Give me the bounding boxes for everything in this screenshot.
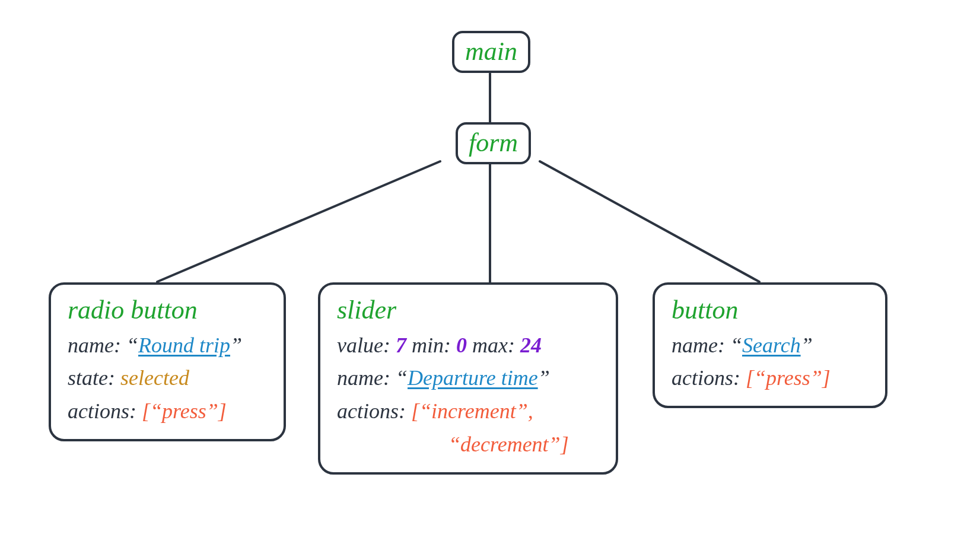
prop-key-max-text: max: xyxy=(472,333,515,357)
actions-value-line1: [“increment”, xyxy=(411,399,533,423)
prop-key-min-text: min: xyxy=(412,333,451,357)
name-value: Search xyxy=(742,333,801,357)
actions-value: [“press”] xyxy=(746,366,831,390)
role-label: radio button xyxy=(68,295,267,326)
prop-name: name: “Departure time” xyxy=(337,362,599,395)
prop-state: state: selected xyxy=(68,362,267,395)
value-num: 7 xyxy=(396,333,406,357)
prop-key: actions: xyxy=(337,399,406,423)
actions-value-line2: “decrement”] xyxy=(448,432,569,456)
prop-key: name: xyxy=(68,333,121,357)
state-value: selected xyxy=(120,366,189,390)
quote-open: “ xyxy=(730,333,742,357)
role-label: main xyxy=(465,37,517,66)
prop-actions: actions: [“press”] xyxy=(68,395,267,428)
prop-key: state: xyxy=(68,366,115,390)
svg-line-1 xyxy=(157,161,440,282)
prop-name: name: “Round trip” xyxy=(68,329,267,362)
prop-key: name: xyxy=(337,366,390,390)
prop-actions-line2: “decrement”] xyxy=(337,428,599,462)
prop-key: name: xyxy=(672,333,725,357)
actions-value: [“press”] xyxy=(142,399,227,423)
svg-line-3 xyxy=(540,161,759,282)
tree-node-button: button name: “Search” actions: [“press”] xyxy=(653,282,887,408)
max-num: 24 xyxy=(520,333,542,357)
tree-node-main: main xyxy=(452,31,530,73)
prop-actions: actions: [“increment”, xyxy=(337,395,599,428)
name-value: Departure time xyxy=(408,366,538,390)
role-label: form xyxy=(469,128,518,157)
prop-actions: actions: [“press”] xyxy=(672,362,868,395)
quote-close: ” xyxy=(801,333,813,357)
tree-node-slider: slider value: 7 min: 0 max: 24 name: “De… xyxy=(318,282,618,475)
quote-close: ” xyxy=(538,366,550,390)
tree-node-radio-button: radio button name: “Round trip” state: s… xyxy=(49,282,286,441)
min-num: 0 xyxy=(456,333,467,357)
tree-node-form: form xyxy=(456,122,531,164)
tree-connectors xyxy=(0,0,980,560)
quote-close: ” xyxy=(230,333,242,357)
name-value: Round trip xyxy=(138,333,230,357)
quote-open: “ xyxy=(126,333,138,357)
prop-name: name: “Search” xyxy=(672,329,868,362)
prop-key: actions: xyxy=(68,399,136,423)
quote-open: “ xyxy=(396,366,408,390)
prop-key: actions: xyxy=(672,366,740,390)
role-label: slider xyxy=(337,295,599,326)
prop-value-min-max: value: 7 min: 0 max: 24 xyxy=(337,329,599,362)
prop-key-value: value: xyxy=(337,333,390,357)
role-label: button xyxy=(672,295,868,326)
